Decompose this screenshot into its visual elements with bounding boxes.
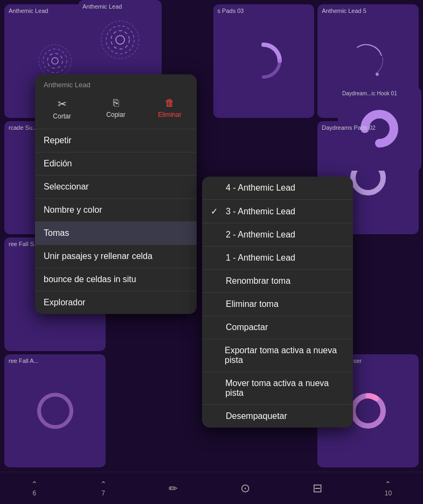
toolbar-track7[interactable]: ⌃ 7 bbox=[100, 480, 107, 497]
cut-label: Cortar bbox=[53, 113, 71, 120]
check-take1 bbox=[211, 253, 221, 263]
cell-label: Anthemic Lead bbox=[9, 8, 48, 14]
top-cell-anthemic[interactable]: Anthemic Lead bbox=[78, 0, 162, 80]
track-10-num: 10 bbox=[385, 489, 392, 497]
track-6-num: 6 bbox=[33, 489, 37, 497]
submenu-move-label: Mover toma activa a nueva pista bbox=[225, 379, 344, 398]
toolbar-track6[interactable]: ⌃ 6 bbox=[31, 480, 38, 497]
toolbar-track10[interactable]: ⌃ 10 bbox=[385, 480, 392, 497]
submenu-delete-take-label: Eliminar toma bbox=[226, 299, 279, 309]
cell-label-lead5: Anthemic Lead 5 bbox=[322, 8, 366, 14]
cut-icon: ✂ bbox=[58, 97, 67, 110]
submenu-move-active[interactable]: Mover toma activa a nueva pista bbox=[202, 372, 353, 405]
menu-toolbar: ✂ Cortar ⎘ Copiar 🗑 Eliminar bbox=[35, 91, 197, 129]
svg-point-3 bbox=[52, 58, 58, 64]
copy-icon: ⎘ bbox=[113, 97, 119, 109]
copy-label: Copiar bbox=[106, 111, 125, 118]
svg-point-7 bbox=[101, 21, 139, 59]
submenu-take1[interactable]: 1 - Anthemic Lead bbox=[202, 247, 353, 270]
check-export bbox=[211, 351, 220, 360]
delete-label: Eliminar bbox=[158, 111, 181, 118]
svg-point-6 bbox=[353, 396, 383, 426]
cell-freefall-a[interactable]: ree Fall A... bbox=[4, 354, 106, 468]
svg-point-8 bbox=[106, 26, 134, 54]
svg-point-4 bbox=[376, 73, 379, 76]
check-take4 bbox=[211, 183, 221, 193]
submenu-take3-label: 3 - Anthemic Lead bbox=[226, 207, 295, 216]
svg-point-0 bbox=[39, 45, 71, 77]
copy-button[interactable]: ⎘ Copiar bbox=[89, 93, 143, 124]
check-rename bbox=[211, 276, 221, 286]
submenu-rename-label: Renombrar toma bbox=[226, 276, 290, 286]
menu-item-bounce[interactable]: bounce de celdas in situ bbox=[35, 268, 197, 291]
cell-hook-label: Daydream...ic Hook 01 bbox=[342, 90, 397, 96]
menu-item-edit[interactable]: Edición bbox=[35, 152, 197, 176]
submenu-unpack-label: Desempaquetar bbox=[226, 411, 287, 421]
cut-button[interactable]: ✂ Cortar bbox=[35, 93, 89, 124]
cell-visual-freefall-a bbox=[4, 354, 106, 468]
submenu-export-active[interactable]: Exportar toma activa a nueva pista bbox=[202, 339, 353, 372]
cell-pads03[interactable]: s Pads 03 bbox=[213, 4, 315, 118]
svg-point-1 bbox=[43, 49, 67, 73]
submenu-take4[interactable]: 4 - Anthemic Lead bbox=[202, 177, 353, 200]
menu-item-select[interactable]: Seleccionar bbox=[35, 176, 197, 199]
sliders-icon: ⊟ bbox=[313, 481, 322, 495]
submenu-take1-label: 1 - Anthemic Lead bbox=[226, 253, 295, 263]
submenu-take4-label: 4 - Anthemic Lead bbox=[226, 183, 295, 193]
svg-point-9 bbox=[111, 31, 129, 49]
cell-label-pads03: s Pads 03 bbox=[218, 8, 244, 14]
check-take2 bbox=[211, 230, 221, 240]
submenu-compact-label: Compactar bbox=[226, 323, 268, 332]
cell-label-freefall-s: ree Fall S... bbox=[9, 241, 39, 247]
chevron-7-icon: ⌃ bbox=[100, 480, 107, 488]
cell-label-arcade: rcade Su... bbox=[9, 124, 37, 131]
track-7-num: 7 bbox=[101, 489, 105, 497]
chevron-10-icon: ⌃ bbox=[385, 480, 391, 488]
sun-icon: ⊙ bbox=[240, 481, 250, 495]
submenu-take2-label: 2 - Anthemic Lead bbox=[226, 230, 295, 240]
submenu-compact[interactable]: Compactar bbox=[202, 316, 353, 339]
menu-item-merge[interactable]: Unir pasajes y rellenar celda bbox=[35, 245, 197, 268]
check-unpack bbox=[211, 411, 221, 421]
cell-empty-7[interactable] bbox=[109, 354, 210, 468]
svg-point-2 bbox=[47, 53, 63, 68]
delete-icon: 🗑 bbox=[165, 97, 175, 109]
chevron-6-icon: ⌃ bbox=[31, 480, 38, 488]
menu-header: Anthemic Lead bbox=[35, 74, 197, 91]
menu-item-name-color[interactable]: Nombre y color bbox=[35, 199, 197, 222]
menu-item-takes[interactable]: Tomas bbox=[35, 222, 197, 245]
context-menu-left: Anthemic Lead ✂ Cortar ⎘ Copiar 🗑 Elimin… bbox=[35, 74, 197, 314]
check-delete-take bbox=[211, 299, 221, 309]
submenu-unpack[interactable]: Desempaquetar bbox=[202, 405, 353, 428]
check-take3: ✓ bbox=[211, 206, 221, 216]
submenu-take3[interactable]: ✓ 3 - Anthemic Lead bbox=[202, 200, 353, 223]
menu-item-explorer[interactable]: Explorador bbox=[35, 291, 197, 314]
pencil-icon: ✏ bbox=[169, 482, 178, 495]
cell-label-pads02: Daydreams Pads 02 bbox=[322, 124, 376, 131]
context-menu-right: 4 - Anthemic Lead ✓ 3 - Anthemic Lead 2 … bbox=[202, 177, 353, 428]
cell-label-freefall-a: ree Fall A... bbox=[9, 358, 39, 364]
cell-visual-pads03 bbox=[213, 4, 315, 118]
top-cell-label: Anthemic Lead bbox=[82, 3, 122, 10]
check-move bbox=[211, 383, 221, 393]
submenu-export-label: Exportar toma activa a nueva pista bbox=[225, 346, 344, 365]
svg-point-10 bbox=[116, 36, 124, 44]
submenu-take2[interactable]: 2 - Anthemic Lead bbox=[202, 223, 353, 247]
submenu-delete-take[interactable]: Eliminar toma bbox=[202, 293, 353, 316]
toolbar-pencil[interactable]: ✏ bbox=[169, 482, 178, 495]
toolbar-sliders[interactable]: ⊟ bbox=[313, 481, 322, 495]
toolbar-sun[interactable]: ⊙ bbox=[240, 481, 250, 495]
bottom-toolbar: ⌃ 6 ⌃ 7 ✏ ⊙ ⊟ ⌃ 10 bbox=[0, 472, 423, 504]
menu-item-repeat[interactable]: Repetir bbox=[35, 129, 197, 152]
delete-button[interactable]: 🗑 Eliminar bbox=[143, 93, 197, 124]
submenu-rename[interactable]: Renombrar toma bbox=[202, 270, 353, 293]
check-compact bbox=[211, 323, 221, 332]
